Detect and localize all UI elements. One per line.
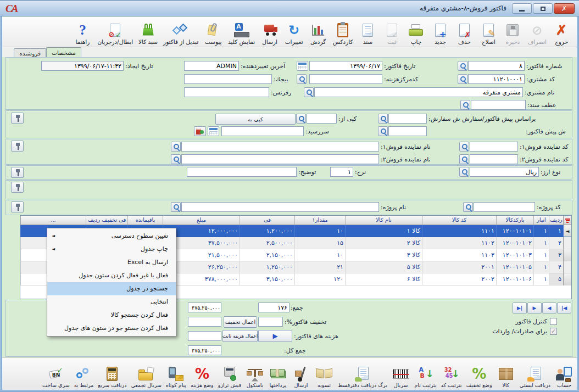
invoice-no-search-icon[interactable] (458, 61, 467, 71)
table-cell[interactable]: ۱۱۰۳ (422, 249, 496, 261)
note-field[interactable] (187, 167, 297, 177)
nav-last-button[interactable]: ▶| (513, 303, 527, 313)
reference-field[interactable] (184, 87, 269, 97)
project-code-field[interactable] (474, 202, 535, 212)
due-date-field[interactable] (221, 126, 304, 136)
rep1-code-search-icon[interactable] (459, 142, 469, 152)
tab-active[interactable]: مشخصات (46, 47, 81, 57)
close-button[interactable]: ✗ (554, 3, 575, 14)
column-header[interactable]: ردیف (549, 216, 563, 225)
column-header[interactable]: مبلغ (163, 216, 240, 225)
row-selector[interactable] (563, 249, 571, 261)
nav-next-button[interactable]: ▶ (527, 303, 542, 313)
top-toolbar-print-button[interactable]: چاپ (404, 18, 428, 47)
bottom-toolbar-batch-series-button[interactable]: BN✓سري ساخت (40, 359, 72, 390)
column-header[interactable]: بارکدکالا (496, 216, 533, 225)
bottom-toolbar-receive-list-button[interactable]: دریافت لیستی (517, 359, 553, 390)
invoice-date-field[interactable] (309, 61, 382, 71)
table-cell[interactable]: کالا ۶ (345, 273, 422, 285)
table-cell[interactable]: ۱ (533, 237, 549, 249)
table-cell[interactable]: ۱۰ (294, 225, 345, 237)
bottom-toolbar-serial-button[interactable]: سریال (389, 359, 413, 390)
table-cell[interactable]: ۲۰۰۱ (422, 261, 496, 273)
column-header[interactable]: فی تخفیف ردیف (86, 216, 127, 225)
pin-currency-panel-icon[interactable] (11, 167, 24, 178)
bottom-toolbar-discount-status-button[interactable]: %وضع تخفیف (464, 359, 494, 390)
tab-inactive[interactable]: فروشنده (14, 48, 46, 57)
table-cell[interactable]: ۱۲۰۰۱۰۱۰۵ (496, 261, 533, 273)
customer-code-search-icon[interactable] (458, 74, 467, 84)
expenses-expand-button[interactable]: ▶ (258, 330, 292, 342)
table-cell[interactable]: ۱ (533, 249, 549, 261)
project-name-field[interactable] (181, 202, 379, 212)
top-toolbar-send-truck-button[interactable]: ارسال (258, 18, 282, 47)
table-cell[interactable]: ۱۰ (294, 249, 345, 261)
customer-name-search-icon[interactable] (304, 87, 314, 97)
table-cell[interactable]: ۱,۲۰۰,۰۰۰ (240, 225, 294, 237)
top-toolbar-changes-button[interactable]: ↻تغییرات (282, 18, 306, 47)
order-no-search-icon[interactable] (378, 114, 388, 124)
top-toolbar-void-button[interactable]: ⊘✓ابطال/درجریان (94, 18, 136, 47)
project-code-search-icon[interactable] (463, 202, 473, 212)
pin-rep-panel-icon[interactable] (11, 141, 24, 152)
customer-name-field[interactable] (314, 87, 523, 97)
top-toolbar-convert-button[interactable]: تبدیل از فاکتور (160, 18, 201, 47)
context-menu-item[interactable]: فعال کردن جستو جو در ستون های جدول (47, 322, 176, 335)
column-header[interactable]: کد کالا (422, 216, 496, 225)
table-cell[interactable]: کالا ۱ (345, 225, 422, 237)
rep2-name-search-icon[interactable] (171, 154, 181, 164)
row-selector[interactable]: ◄ (563, 225, 571, 237)
last-modifier-field[interactable] (184, 61, 239, 71)
table-cell[interactable]: ۱,۲۵۰,۰۰۰ (240, 261, 294, 273)
apply-fixed-expense-button[interactable]: اعمال هزینه ثابت (222, 330, 258, 342)
rep2-code-search-icon[interactable] (459, 154, 469, 164)
bottom-toolbar-installment-button[interactable]: برگ دریافت دفترقسط (336, 359, 389, 390)
bottom-toolbar-sort-code-button[interactable]: 3245↓بترتیب کد (439, 359, 464, 390)
bottom-toolbar-settlement-button[interactable]: تسویه (313, 359, 336, 390)
invoice-date-calendar-icon[interactable] (297, 61, 308, 71)
project-name-search-icon[interactable] (171, 202, 181, 212)
copy-to-button[interactable]: کپی به (215, 114, 296, 125)
rep1-code-field[interactable] (470, 142, 518, 152)
table-cell[interactable]: ۱۲۰۰۱۰۱۰۲ (496, 237, 533, 249)
column-header[interactable]: ... (20, 216, 86, 225)
context-menu-item[interactable]: انتخابی (47, 295, 176, 309)
top-toolbar-help-button[interactable]: ?راهنما (70, 18, 94, 47)
table-cell[interactable]: کالا ۵ (345, 261, 422, 273)
nav-first-button[interactable]: |◀ (557, 303, 571, 313)
table-cell[interactable]: ۲,۵۰۰,۰۰۰ (240, 237, 294, 249)
table-cell[interactable]: ۳ (549, 249, 563, 261)
table-cell[interactable]: ۱۱۰۱ (422, 225, 496, 237)
doc-ref-field[interactable] (471, 100, 526, 110)
discount-amount-field[interactable] (188, 317, 221, 327)
currency-search-icon[interactable] (459, 167, 469, 177)
row-selector[interactable] (563, 237, 571, 249)
customer-code-field[interactable] (468, 74, 525, 84)
bijak-field[interactable] (184, 74, 272, 84)
bottom-toolbar-goods-button[interactable]: کالا (494, 359, 517, 390)
rep2-name-field[interactable] (181, 154, 379, 164)
filter-icon[interactable] (563, 216, 571, 225)
bottom-toolbar-sms-button[interactable]: پیام کوتاه (164, 359, 188, 390)
top-toolbar-keyboard-button[interactable]: Aنمایش کلید (225, 18, 258, 47)
currency-field[interactable] (470, 167, 539, 177)
table-cell[interactable]: ۲۰۰۲ (422, 273, 496, 285)
invoice-no-field[interactable] (468, 61, 525, 71)
rep1-name-search-icon[interactable] (171, 142, 181, 152)
column-header[interactable]: انبار (533, 216, 549, 225)
table-cell[interactable]: ۵ (549, 273, 563, 285)
expense-amount-field[interactable] (188, 331, 221, 341)
top-toolbar-new-button[interactable]: +جدید (428, 18, 452, 47)
table-cell[interactable]: ۱۲۰۰۱۰۱۰۱ (496, 225, 533, 237)
context-menu-item[interactable]: فعال یا غیر فعال کردن ستون جدول (47, 269, 176, 282)
context-menu-item[interactable]: جستجو در جدول (47, 282, 176, 295)
bottom-toolbar-serial-cumulative-button[interactable]: سریال تجمعی (129, 359, 163, 390)
bottom-toolbar-dolly-button[interactable]: ارسال (290, 359, 313, 390)
rep2-code-field[interactable] (470, 154, 518, 164)
invoice-discount-field[interactable] (258, 317, 283, 327)
apply-discount-button[interactable]: اعمال تخفیف (224, 316, 257, 328)
table-cell[interactable]: کالا ۳ (345, 249, 422, 261)
top-toolbar-turnover-button[interactable]: گردش (306, 18, 330, 47)
bottom-toolbar-expense-status-button[interactable]: %وضع هزینه (188, 359, 216, 390)
doc-ref-search-icon[interactable] (460, 100, 470, 110)
